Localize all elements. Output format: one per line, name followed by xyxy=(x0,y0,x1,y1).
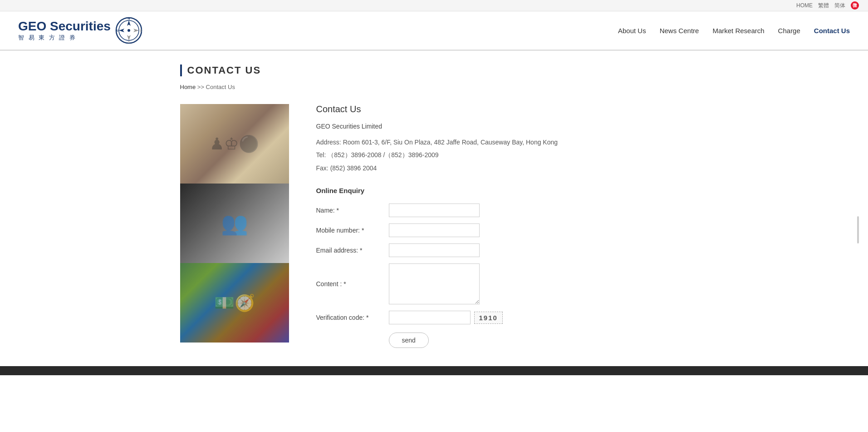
nav-news-centre[interactable]: News Centre xyxy=(660,27,699,35)
tel-line: Tel: （852）3896-2008 /（852）3896-2009 xyxy=(316,150,688,160)
verification-input[interactable] xyxy=(389,311,471,324)
verification-code-display: 1910 xyxy=(474,312,503,324)
tel-value: （852）3896-2008 /（852）3896-2009 xyxy=(328,151,438,159)
mobile-row: Mobile number: * xyxy=(316,223,688,237)
fax-value: (852) 3896 2004 xyxy=(330,164,377,172)
left-images xyxy=(180,104,289,343)
send-button[interactable]: send xyxy=(389,333,429,348)
weibo-icon[interactable]: 微 xyxy=(851,1,859,10)
mobile-label: Mobile number: * xyxy=(316,227,389,234)
address-value: Room 601-3, 6/F, Siu On Plaza, 482 Jaffe… xyxy=(343,139,558,146)
content-row: Content : * xyxy=(316,263,688,304)
svg-marker-2 xyxy=(127,20,131,26)
page-title-section: CONTACT US xyxy=(180,65,688,76)
svg-text:N: N xyxy=(128,17,130,20)
header: GEO Securities 智 易 東 方 證 券 N S E W About… xyxy=(0,11,868,51)
tel-label: Tel: xyxy=(316,151,326,159)
breadcrumb-separator: >> xyxy=(196,84,206,90)
online-enquiry-title: Online Enquiry xyxy=(316,187,688,194)
address-line: Address: Room 601-3, 6/F, Siu On Plaza, … xyxy=(316,137,688,147)
compass-logo: N S E W xyxy=(115,17,142,44)
content-textarea[interactable] xyxy=(389,263,480,304)
page-title: CONTACT US xyxy=(187,65,261,76)
email-input[interactable] xyxy=(389,243,480,257)
mobile-input[interactable] xyxy=(389,223,480,237)
company-name: GEO Securities Limited xyxy=(316,123,688,130)
svg-point-6 xyxy=(128,29,130,32)
logo-subtitle: 智 易 東 方 證 券 xyxy=(18,34,111,42)
page-content: CONTACT US Home >> Contact Us Contact Us… xyxy=(162,51,706,366)
contact-info: Address: Room 601-3, 6/F, Siu On Plaza, … xyxy=(316,137,688,173)
main-nav: About Us News Centre Market Research Cha… xyxy=(618,27,850,35)
svg-marker-3 xyxy=(127,35,131,40)
enquiry-form: Name: * Mobile number: * Email address: … xyxy=(316,204,688,348)
name-label: Name: * xyxy=(316,207,389,214)
main-layout: Contact Us GEO Securities Limited Addres… xyxy=(180,104,688,348)
svg-text:S: S xyxy=(128,40,130,44)
breadcrumb: Home >> Contact Us xyxy=(180,84,688,90)
business-image xyxy=(180,184,289,263)
svg-marker-4 xyxy=(133,29,139,32)
nav-about-us[interactable]: About Us xyxy=(618,27,646,35)
traditional-link[interactable]: 繁體 xyxy=(818,2,829,10)
email-row: Email address: * xyxy=(316,243,688,257)
footer xyxy=(0,366,868,375)
simplified-link[interactable]: 简体 xyxy=(834,2,845,10)
top-bar: HOME 繁體 简体 微 xyxy=(0,0,868,11)
nav-contact-us[interactable]: Contact Us xyxy=(814,27,850,35)
svg-text:E: E xyxy=(140,29,142,32)
fax-line: Fax: (852) 3896 2004 xyxy=(316,163,688,173)
money-image xyxy=(180,263,289,343)
svg-text:W: W xyxy=(116,29,119,32)
breadcrumb-current: Contact Us xyxy=(206,84,235,90)
name-input[interactable] xyxy=(389,204,480,217)
fax-label: Fax: xyxy=(316,164,329,172)
nav-charge[interactable]: Charge xyxy=(778,27,800,35)
home-link[interactable]: HOME xyxy=(796,2,813,9)
contact-section-title: Contact Us xyxy=(316,104,688,114)
breadcrumb-home[interactable]: Home xyxy=(180,84,196,90)
verification-row: Verification code: * 1910 xyxy=(316,311,688,324)
verification-label: Verification code: * xyxy=(316,314,389,321)
logo-text: GEO Securities 智 易 東 方 證 券 xyxy=(18,19,111,42)
nav-market-research[interactable]: Market Research xyxy=(712,27,764,35)
email-label: Email address: * xyxy=(316,247,389,254)
logo-title: GEO Securities xyxy=(18,19,111,34)
right-content: Contact Us GEO Securities Limited Addres… xyxy=(316,104,688,348)
name-row: Name: * xyxy=(316,204,688,217)
address-label: Address: xyxy=(316,139,341,146)
chess-image xyxy=(180,104,289,184)
logo-area: GEO Securities 智 易 東 方 證 券 N S E W xyxy=(18,17,142,44)
scroll-indicator xyxy=(857,216,859,243)
svg-marker-5 xyxy=(119,29,124,32)
content-label: Content : * xyxy=(316,280,389,288)
